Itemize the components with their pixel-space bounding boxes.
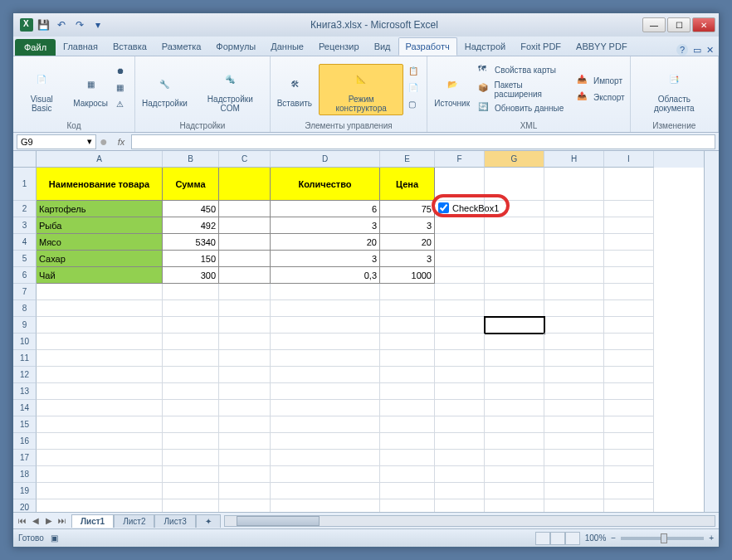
cell[interactable] [219, 267, 271, 284]
cell[interactable] [435, 367, 485, 383]
cell[interactable] [37, 466, 163, 483]
macro-security-button[interactable]: ⚠ [115, 99, 131, 114]
cell[interactable] [544, 350, 604, 367]
cell[interactable] [380, 400, 435, 416]
row-header[interactable]: 6 [13, 267, 37, 284]
ribbon-minimize-icon[interactable]: ▭ [693, 45, 701, 56]
col-header-E[interactable]: E [380, 151, 435, 168]
col-header-I[interactable]: I [604, 151, 654, 168]
cell[interactable] [435, 499, 485, 512]
cell[interactable]: Сахар [37, 251, 163, 267]
zoom-in-button[interactable]: + [709, 533, 714, 543]
cell[interactable] [485, 400, 544, 416]
row-header[interactable]: 16 [13, 433, 37, 450]
row-header[interactable]: 11 [13, 350, 37, 367]
cell-I1[interactable] [604, 168, 654, 201]
cell[interactable] [485, 217, 544, 234]
cell[interactable] [485, 367, 544, 383]
cell[interactable] [604, 383, 654, 400]
tab-layout[interactable]: Разметка [154, 37, 209, 56]
row-header[interactable]: 10 [13, 334, 37, 350]
cell-G9-selected[interactable] [485, 317, 544, 334]
cell[interactable] [485, 267, 544, 284]
cell[interactable] [380, 416, 435, 433]
cell[interactable] [604, 466, 654, 483]
cell[interactable] [380, 499, 435, 512]
cell[interactable] [271, 483, 380, 499]
cell[interactable] [37, 416, 163, 433]
cell[interactable]: 3 [271, 251, 380, 267]
com-addins-button[interactable]: 🔩Надстройки COM [194, 65, 266, 114]
macros-button[interactable]: ▦Макросы [70, 69, 111, 110]
cell[interactable] [435, 466, 485, 483]
cell[interactable] [435, 217, 485, 234]
relative-refs-button[interactable]: ▦ [115, 82, 131, 97]
cell[interactable] [435, 450, 485, 466]
cell[interactable] [604, 483, 654, 499]
tab-insert[interactable]: Вставка [105, 37, 154, 56]
cell[interactable] [37, 483, 163, 499]
help-icon[interactable]: ? [676, 44, 688, 56]
row-header[interactable]: 20 [13, 499, 37, 512]
sheet-tab-3[interactable]: Лист3 [154, 514, 195, 528]
cell[interactable] [604, 267, 654, 284]
cell[interactable] [37, 383, 163, 400]
view-pagelayout-button[interactable] [550, 532, 565, 545]
cell[interactable] [544, 284, 604, 300]
cell[interactable] [271, 450, 380, 466]
cell[interactable] [380, 284, 435, 300]
cell[interactable] [604, 367, 654, 383]
cell[interactable] [37, 317, 163, 334]
cell[interactable] [271, 433, 380, 450]
sheet-tab-2[interactable]: Лист2 [114, 514, 154, 528]
cell[interactable] [219, 466, 271, 483]
cell[interactable] [163, 400, 219, 416]
cell[interactable]: 6 [271, 201, 380, 217]
cell[interactable] [163, 334, 219, 350]
cell[interactable] [604, 300, 654, 317]
maximize-button[interactable]: ☐ [667, 17, 691, 32]
cell[interactable] [604, 499, 654, 512]
document-panel-button[interactable]: 📑Область документа [634, 65, 715, 114]
cell[interactable] [271, 383, 380, 400]
namebox-dropdown-icon[interactable]: ▾ [87, 136, 92, 147]
sheet-tab-1[interactable]: Лист1 [71, 514, 114, 528]
cell[interactable] [604, 433, 654, 450]
cell[interactable] [37, 433, 163, 450]
cell[interactable] [380, 367, 435, 383]
cell[interactable] [271, 334, 380, 350]
close-button[interactable]: ✕ [692, 17, 715, 32]
row-header[interactable]: 13 [13, 383, 37, 400]
cell[interactable] [435, 400, 485, 416]
cell[interactable]: 3 [271, 217, 380, 234]
cell[interactable] [604, 317, 654, 334]
cell[interactable] [485, 466, 544, 483]
cell[interactable]: 492 [163, 217, 219, 234]
cell[interactable] [485, 499, 544, 512]
cell[interactable] [435, 416, 485, 433]
cell[interactable] [163, 450, 219, 466]
cell[interactable] [380, 383, 435, 400]
cell[interactable] [219, 334, 271, 350]
sheet-first-icon[interactable]: ⏮ [17, 516, 28, 525]
cell[interactable] [163, 416, 219, 433]
design-mode-button[interactable]: 📐Режим конструктора [319, 64, 403, 115]
cell[interactable] [544, 201, 604, 217]
tab-addins[interactable]: Надстрой [457, 37, 513, 56]
cell[interactable] [604, 350, 654, 367]
cell[interactable]: 150 [163, 251, 219, 267]
cell[interactable] [37, 300, 163, 317]
cell[interactable] [544, 367, 604, 383]
cell-B1[interactable]: Сумма [163, 168, 219, 201]
cell[interactable] [485, 350, 544, 367]
cell[interactable] [485, 300, 544, 317]
cell[interactable] [604, 284, 654, 300]
qat-dropdown-icon[interactable]: ▾ [90, 17, 106, 33]
cell[interactable]: 3 [380, 217, 435, 234]
xml-map-props-button[interactable]: 🗺Свойства карты [476, 63, 572, 78]
cell[interactable] [435, 251, 485, 267]
cell[interactable] [604, 400, 654, 416]
cell[interactable] [163, 499, 219, 512]
cell[interactable] [219, 217, 271, 234]
save-button[interactable]: 💾 [35, 17, 51, 33]
